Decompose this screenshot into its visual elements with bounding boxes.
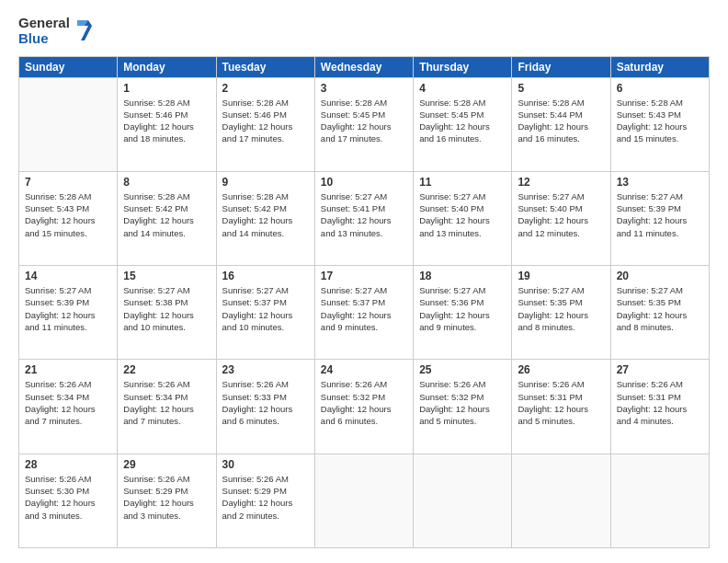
calendar-cell: 22Sunrise: 5:26 AMSunset: 5:34 PMDayligh…	[118, 360, 216, 454]
calendar-cell: 13Sunrise: 5:27 AMSunset: 5:39 PMDayligh…	[610, 171, 709, 265]
day-number: 26	[518, 363, 604, 376]
day-number: 3	[321, 82, 407, 95]
day-info: Sunrise: 5:27 AMSunset: 5:40 PMDaylight:…	[419, 190, 506, 239]
calendar-cell: 17Sunrise: 5:27 AMSunset: 5:37 PMDayligh…	[314, 266, 413, 360]
day-number: 7	[25, 176, 111, 189]
day-info: Sunrise: 5:26 AMSunset: 5:33 PMDaylight:…	[222, 378, 309, 427]
day-info: Sunrise: 5:26 AMSunset: 5:30 PMDaylight:…	[25, 473, 111, 522]
calendar-week-row: 7Sunrise: 5:28 AMSunset: 5:43 PMDaylight…	[19, 171, 710, 265]
day-number: 18	[419, 270, 506, 282]
calendar-cell: 4Sunrise: 5:28 AMSunset: 5:45 PMDaylight…	[414, 77, 512, 171]
day-info: Sunrise: 5:27 AMSunset: 5:37 PMDaylight:…	[321, 284, 407, 333]
day-number: 23	[222, 363, 309, 376]
day-info: Sunrise: 5:28 AMSunset: 5:42 PMDaylight:…	[222, 190, 309, 239]
day-info: Sunrise: 5:28 AMSunset: 5:43 PMDaylight:…	[25, 190, 111, 239]
day-info: Sunrise: 5:28 AMSunset: 5:45 PMDaylight:…	[321, 97, 407, 145]
calendar-cell: 28Sunrise: 5:26 AMSunset: 5:30 PMDayligh…	[19, 454, 118, 547]
day-number: 24	[321, 363, 407, 376]
day-number: 15	[123, 270, 210, 282]
calendar-week-row: 14Sunrise: 5:27 AMSunset: 5:39 PMDayligh…	[19, 266, 710, 360]
calendar-cell: 2Sunrise: 5:28 AMSunset: 5:46 PMDaylight…	[216, 77, 314, 171]
day-number: 29	[123, 458, 210, 471]
logo-line2: Blue	[18, 30, 70, 46]
day-number: 28	[25, 458, 111, 471]
day-info: Sunrise: 5:27 AMSunset: 5:35 PMDaylight:…	[617, 284, 703, 333]
day-number: 17	[321, 270, 407, 282]
day-number: 4	[419, 82, 506, 95]
day-number: 1	[123, 82, 210, 95]
calendar-day-header: Thursday	[414, 56, 512, 77]
day-number: 11	[419, 176, 506, 189]
day-info: Sunrise: 5:26 AMSunset: 5:29 PMDaylight:…	[123, 473, 210, 522]
day-info: Sunrise: 5:26 AMSunset: 5:31 PMDaylight:…	[617, 378, 703, 427]
day-number: 19	[518, 270, 604, 282]
day-number: 12	[518, 176, 604, 189]
logo: General Blue	[18, 15, 92, 47]
day-number: 6	[617, 82, 703, 95]
calendar-header-row: SundayMondayTuesdayWednesdayThursdayFrid…	[19, 56, 710, 77]
day-info: Sunrise: 5:26 AMSunset: 5:32 PMDaylight:…	[419, 378, 506, 427]
day-info: Sunrise: 5:27 AMSunset: 5:40 PMDaylight:…	[518, 190, 604, 239]
day-info: Sunrise: 5:26 AMSunset: 5:29 PMDaylight:…	[222, 473, 309, 522]
day-info: Sunrise: 5:27 AMSunset: 5:38 PMDaylight:…	[123, 284, 210, 333]
day-number: 21	[25, 363, 111, 376]
calendar-cell	[512, 454, 610, 547]
day-number: 13	[617, 176, 703, 189]
logo-text: General Blue	[18, 15, 92, 47]
logo-chevron-icon	[72, 17, 92, 44]
calendar-cell: 30Sunrise: 5:26 AMSunset: 5:29 PMDayligh…	[216, 454, 314, 547]
calendar-cell: 19Sunrise: 5:27 AMSunset: 5:35 PMDayligh…	[512, 266, 610, 360]
day-info: Sunrise: 5:26 AMSunset: 5:31 PMDaylight:…	[518, 378, 604, 427]
day-info: Sunrise: 5:27 AMSunset: 5:39 PMDaylight:…	[25, 284, 111, 333]
calendar-week-row: 21Sunrise: 5:26 AMSunset: 5:34 PMDayligh…	[19, 360, 710, 454]
calendar-cell: 11Sunrise: 5:27 AMSunset: 5:40 PMDayligh…	[414, 171, 512, 265]
day-info: Sunrise: 5:27 AMSunset: 5:39 PMDaylight:…	[617, 190, 703, 239]
calendar-day-header: Tuesday	[216, 56, 314, 77]
calendar-cell: 25Sunrise: 5:26 AMSunset: 5:32 PMDayligh…	[414, 360, 512, 454]
day-number: 8	[123, 176, 210, 189]
page: General Blue SundayMondayTuesdayWednesda…	[0, 0, 728, 563]
day-number: 27	[617, 363, 703, 376]
calendar-cell: 16Sunrise: 5:27 AMSunset: 5:37 PMDayligh…	[216, 266, 314, 360]
day-info: Sunrise: 5:28 AMSunset: 5:42 PMDaylight:…	[123, 190, 210, 239]
calendar-cell: 27Sunrise: 5:26 AMSunset: 5:31 PMDayligh…	[610, 360, 709, 454]
calendar-cell: 29Sunrise: 5:26 AMSunset: 5:29 PMDayligh…	[118, 454, 216, 547]
day-info: Sunrise: 5:26 AMSunset: 5:32 PMDaylight:…	[321, 378, 407, 427]
day-number: 16	[222, 270, 309, 282]
calendar-cell: 10Sunrise: 5:27 AMSunset: 5:41 PMDayligh…	[314, 171, 413, 265]
day-info: Sunrise: 5:26 AMSunset: 5:34 PMDaylight:…	[123, 378, 210, 427]
day-number: 22	[123, 363, 210, 376]
calendar-table: SundayMondayTuesdayWednesdayThursdayFrid…	[18, 56, 710, 549]
calendar-day-header: Saturday	[610, 56, 709, 77]
calendar-day-header: Friday	[512, 56, 610, 77]
calendar-cell: 5Sunrise: 5:28 AMSunset: 5:44 PMDaylight…	[512, 77, 610, 171]
calendar-day-header: Wednesday	[314, 56, 413, 77]
calendar-cell	[19, 77, 118, 171]
calendar-cell: 24Sunrise: 5:26 AMSunset: 5:32 PMDayligh…	[314, 360, 413, 454]
calendar-week-row: 28Sunrise: 5:26 AMSunset: 5:30 PMDayligh…	[19, 454, 710, 547]
day-info: Sunrise: 5:28 AMSunset: 5:44 PMDaylight:…	[518, 97, 604, 145]
day-info: Sunrise: 5:26 AMSunset: 5:34 PMDaylight:…	[25, 378, 111, 427]
calendar-cell: 7Sunrise: 5:28 AMSunset: 5:43 PMDaylight…	[19, 171, 118, 265]
calendar-cell	[414, 454, 512, 547]
logo-line1: General	[18, 15, 70, 30]
calendar-cell: 18Sunrise: 5:27 AMSunset: 5:36 PMDayligh…	[414, 266, 512, 360]
day-number: 30	[222, 458, 309, 471]
day-number: 5	[518, 82, 604, 95]
calendar-cell: 26Sunrise: 5:26 AMSunset: 5:31 PMDayligh…	[512, 360, 610, 454]
header: General Blue	[18, 15, 710, 47]
day-info: Sunrise: 5:28 AMSunset: 5:45 PMDaylight:…	[419, 97, 506, 145]
calendar-cell: 1Sunrise: 5:28 AMSunset: 5:46 PMDaylight…	[118, 77, 216, 171]
calendar-week-row: 1Sunrise: 5:28 AMSunset: 5:46 PMDaylight…	[19, 77, 710, 171]
day-info: Sunrise: 5:27 AMSunset: 5:35 PMDaylight:…	[518, 284, 604, 333]
calendar-cell: 12Sunrise: 5:27 AMSunset: 5:40 PMDayligh…	[512, 171, 610, 265]
day-number: 10	[321, 176, 407, 189]
calendar-cell: 23Sunrise: 5:26 AMSunset: 5:33 PMDayligh…	[216, 360, 314, 454]
day-number: 25	[419, 363, 506, 376]
calendar-day-header: Sunday	[19, 56, 118, 77]
calendar-day-header: Monday	[118, 56, 216, 77]
day-number: 9	[222, 176, 309, 189]
day-info: Sunrise: 5:28 AMSunset: 5:46 PMDaylight:…	[123, 97, 210, 145]
day-info: Sunrise: 5:28 AMSunset: 5:43 PMDaylight:…	[617, 97, 703, 145]
calendar-cell: 3Sunrise: 5:28 AMSunset: 5:45 PMDaylight…	[314, 77, 413, 171]
